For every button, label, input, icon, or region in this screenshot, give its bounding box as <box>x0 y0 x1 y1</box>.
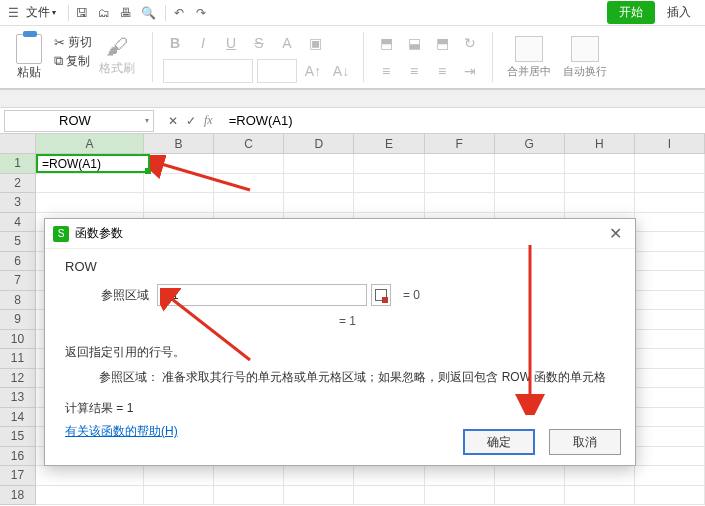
row-header[interactable]: 13 <box>0 388 36 408</box>
tab-start[interactable]: 开始 <box>607 1 655 24</box>
cell[interactable] <box>36 193 144 213</box>
column-header[interactable]: A <box>36 134 144 154</box>
fill-color-button[interactable]: ▣ <box>303 31 327 55</box>
cell[interactable] <box>635 174 705 194</box>
column-header[interactable]: D <box>284 134 354 154</box>
redo-icon[interactable]: ↷ <box>192 4 210 22</box>
cell[interactable] <box>354 466 424 486</box>
cell[interactable] <box>635 486 705 506</box>
row-header[interactable]: 4 <box>0 213 36 233</box>
cell[interactable] <box>565 193 635 213</box>
row-header[interactable]: 2 <box>0 174 36 194</box>
name-box[interactable]: ROW ▾ <box>4 110 154 132</box>
font-select[interactable] <box>163 59 253 83</box>
cell[interactable] <box>36 486 144 506</box>
cell[interactable] <box>284 174 354 194</box>
cell[interactable] <box>635 427 705 447</box>
param-input[interactable]: A1 <box>157 284 367 306</box>
cell[interactable] <box>144 486 214 506</box>
align-left-button[interactable]: ≡ <box>374 59 398 83</box>
column-header[interactable]: E <box>354 134 424 154</box>
merge-center-button[interactable]: 合并居中 <box>507 36 551 79</box>
row-header[interactable]: 8 <box>0 291 36 311</box>
cell[interactable] <box>144 174 214 194</box>
cell[interactable] <box>425 193 495 213</box>
cell[interactable] <box>565 486 635 506</box>
row-header[interactable]: 5 <box>0 232 36 252</box>
cell[interactable] <box>214 154 284 174</box>
align-mid-button[interactable]: ⬓ <box>402 31 426 55</box>
dialog-titlebar[interactable]: S 函数参数 ✕ <box>45 219 635 249</box>
accept-formula-icon[interactable]: ✓ <box>186 114 196 128</box>
cell[interactable] <box>144 193 214 213</box>
cell[interactable] <box>635 349 705 369</box>
indent-button[interactable]: ⇥ <box>458 59 482 83</box>
cell[interactable] <box>425 174 495 194</box>
align-right-button[interactable]: ≡ <box>430 59 454 83</box>
cell[interactable] <box>214 193 284 213</box>
cell[interactable] <box>565 154 635 174</box>
undo-icon[interactable]: ↶ <box>170 4 188 22</box>
column-header[interactable]: B <box>144 134 214 154</box>
preview-icon[interactable]: 🔍 <box>139 4 157 22</box>
save-icon[interactable]: 🖫 <box>73 4 91 22</box>
cell[interactable] <box>214 174 284 194</box>
cell[interactable] <box>635 310 705 330</box>
cell[interactable] <box>495 486 565 506</box>
cell[interactable] <box>36 174 144 194</box>
cell[interactable] <box>284 466 354 486</box>
row-header[interactable]: 9 <box>0 310 36 330</box>
cell[interactable] <box>214 466 284 486</box>
hamburger-icon[interactable]: ☰ <box>4 4 22 22</box>
ok-button[interactable]: 确定 <box>463 429 535 455</box>
cell[interactable] <box>425 466 495 486</box>
cell[interactable] <box>425 154 495 174</box>
align-top-button[interactable]: ⬒ <box>374 31 398 55</box>
column-header[interactable]: I <box>635 134 705 154</box>
column-header[interactable]: F <box>425 134 495 154</box>
row-header[interactable]: 17 <box>0 466 36 486</box>
tab-insert[interactable]: 插入 <box>667 4 691 21</box>
cell[interactable] <box>635 466 705 486</box>
fx-icon[interactable]: fx <box>204 113 213 128</box>
cell[interactable] <box>214 486 284 506</box>
cell[interactable] <box>635 330 705 350</box>
column-header[interactable]: G <box>495 134 565 154</box>
column-header[interactable]: H <box>565 134 635 154</box>
cell[interactable] <box>495 466 565 486</box>
strike-button[interactable]: S <box>247 31 271 55</box>
cell[interactable] <box>635 388 705 408</box>
cell[interactable] <box>284 154 354 174</box>
cell[interactable] <box>284 193 354 213</box>
cell[interactable] <box>284 486 354 506</box>
active-cell[interactable]: =ROW(A1) <box>36 154 150 173</box>
cell[interactable] <box>635 154 705 174</box>
file-menu[interactable]: 文件 ▾ <box>26 4 56 21</box>
cell[interactable] <box>635 447 705 467</box>
cell[interactable] <box>144 466 214 486</box>
close-button[interactable]: ✕ <box>603 224 627 243</box>
row-header[interactable]: 7 <box>0 271 36 291</box>
cell[interactable] <box>495 174 565 194</box>
cell[interactable] <box>635 232 705 252</box>
cell[interactable] <box>635 252 705 272</box>
font-color-button[interactable]: A <box>275 31 299 55</box>
cell[interactable] <box>354 486 424 506</box>
auto-wrap-button[interactable]: 自动换行 <box>563 36 607 79</box>
underline-button[interactable]: U <box>219 31 243 55</box>
row-header[interactable]: 15 <box>0 427 36 447</box>
paste-button[interactable]: 粘贴 <box>8 34 50 81</box>
italic-button[interactable]: I <box>191 31 215 55</box>
cell[interactable] <box>565 174 635 194</box>
row-header[interactable]: 6 <box>0 252 36 272</box>
size-select[interactable] <box>257 59 297 83</box>
cell[interactable] <box>635 369 705 389</box>
cell[interactable] <box>565 466 635 486</box>
cell[interactable] <box>144 154 214 174</box>
column-header[interactable]: C <box>214 134 284 154</box>
print-icon[interactable]: 🖶 <box>117 4 135 22</box>
cell[interactable] <box>354 193 424 213</box>
range-picker-button[interactable] <box>371 284 391 306</box>
cell[interactable] <box>635 408 705 428</box>
cell[interactable] <box>495 193 565 213</box>
